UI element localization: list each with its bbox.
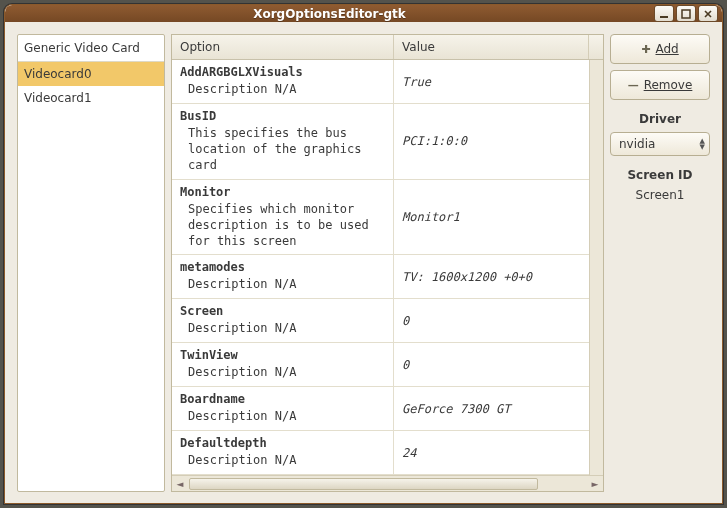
titlebar[interactable]: XorgOptionsEditor-gtk	[5, 5, 722, 22]
screenid-value: Screen1	[610, 188, 710, 202]
table-row[interactable]: TwinViewDescription N/A0	[172, 343, 589, 387]
option-description: Description N/A	[180, 79, 385, 97]
option-name: Screen	[180, 304, 385, 318]
value-cell[interactable]: 0	[394, 299, 589, 342]
value-cell[interactable]: 24	[394, 431, 589, 474]
option-description: This specifies the bus location of the g…	[180, 123, 385, 174]
option-name: metamodes	[180, 260, 385, 274]
option-name: Defaultdepth	[180, 436, 385, 450]
column-header-option[interactable]: Option	[172, 35, 394, 59]
minus-icon	[628, 78, 639, 92]
remove-button-label: Remove	[644, 78, 693, 92]
window-title: XorgOptionsEditor-gtk	[5, 7, 654, 21]
driver-heading: Driver	[610, 112, 710, 126]
action-bar: Unlock Apply Close	[5, 498, 722, 504]
option-cell: metamodesDescription N/A	[172, 255, 394, 298]
svg-rect-1	[682, 10, 690, 18]
value-cell[interactable]: TV: 1600x1200 +0+0	[394, 255, 589, 298]
option-cell: DefaultdepthDescription N/A	[172, 431, 394, 474]
minimize-button[interactable]	[654, 5, 674, 22]
sidebar-header: Generic Video Card	[18, 35, 164, 62]
option-description: Description N/A	[180, 274, 385, 292]
scroll-right-arrow-icon[interactable]: ►	[587, 479, 603, 489]
option-name: BusID	[180, 109, 385, 123]
table-row[interactable]: BoardnameDescription N/AGeForce 7300 GT	[172, 387, 589, 431]
option-cell: MonitorSpecifies which monitor descripti…	[172, 180, 394, 255]
option-cell: TwinViewDescription N/A	[172, 343, 394, 386]
option-cell: BoardnameDescription N/A	[172, 387, 394, 430]
add-button-label: Add	[655, 42, 678, 56]
table-body[interactable]: AddARGBGLXVisualsDescription N/ATrueBusI…	[172, 60, 589, 475]
right-panel: Add Remove Driver nvidia ▲▼ Screen ID Sc…	[610, 34, 710, 492]
option-name: Monitor	[180, 185, 385, 199]
option-name: AddARGBGLXVisuals	[180, 65, 385, 79]
option-name: TwinView	[180, 348, 385, 362]
value-cell[interactable]: Monitor1	[394, 180, 589, 255]
vertical-scrollbar[interactable]	[589, 60, 603, 475]
svg-rect-0	[660, 16, 668, 18]
table-row[interactable]: DefaultdepthDescription N/A24	[172, 431, 589, 475]
options-table: Option Value AddARGBGLXVisualsDescriptio…	[171, 34, 604, 492]
column-header-value[interactable]: Value	[394, 35, 589, 59]
screenid-heading: Screen ID	[610, 168, 710, 182]
add-button[interactable]: Add	[610, 34, 710, 64]
table-row[interactable]: ScreenDescription N/A0	[172, 299, 589, 343]
value-cell[interactable]: 0	[394, 343, 589, 386]
value-cell[interactable]: True	[394, 60, 589, 103]
app-window: XorgOptionsEditor-gtk Generic Video Card…	[4, 4, 723, 504]
value-cell[interactable]: PCI:1:0:0	[394, 104, 589, 179]
option-description: Description N/A	[180, 362, 385, 380]
driver-combobox[interactable]: nvidia ▲▼	[610, 132, 710, 156]
device-sidebar: Generic Video Card Videocard0Videocard1	[17, 34, 165, 492]
content-area: Generic Video Card Videocard0Videocard1 …	[5, 22, 722, 498]
maximize-button[interactable]	[676, 5, 696, 22]
option-name: Boardname	[180, 392, 385, 406]
value-cell[interactable]: GeForce 7300 GT	[394, 387, 589, 430]
option-description: Description N/A	[180, 450, 385, 468]
option-description: Description N/A	[180, 406, 385, 424]
table-row[interactable]: AddARGBGLXVisualsDescription N/ATrue	[172, 60, 589, 104]
horizontal-scrollbar[interactable]: ◄ ►	[172, 475, 603, 491]
option-description: Specifies which monitor description is t…	[180, 199, 385, 250]
remove-button[interactable]: Remove	[610, 70, 710, 100]
table-row[interactable]: BusIDThis specifies the bus location of …	[172, 104, 589, 180]
scrollbar-thumb[interactable]	[189, 478, 538, 490]
scroll-left-arrow-icon[interactable]: ◄	[172, 479, 188, 489]
table-header-row: Option Value	[172, 35, 603, 60]
option-cell: AddARGBGLXVisualsDescription N/A	[172, 60, 394, 103]
option-cell: ScreenDescription N/A	[172, 299, 394, 342]
scrollbar-track[interactable]	[189, 478, 586, 490]
driver-value: nvidia	[619, 137, 655, 151]
table-row[interactable]: MonitorSpecifies which monitor descripti…	[172, 180, 589, 256]
sidebar-item-videocard0[interactable]: Videocard0	[18, 62, 164, 86]
sidebar-item-videocard1[interactable]: Videocard1	[18, 86, 164, 110]
option-cell: BusIDThis specifies the bus location of …	[172, 104, 394, 179]
plus-icon	[641, 42, 650, 56]
table-row[interactable]: metamodesDescription N/ATV: 1600x1200 +0…	[172, 255, 589, 299]
option-description: Description N/A	[180, 318, 385, 336]
close-window-button[interactable]	[698, 5, 718, 22]
combo-spinner-icon: ▲▼	[700, 138, 705, 150]
window-controls	[654, 5, 718, 22]
